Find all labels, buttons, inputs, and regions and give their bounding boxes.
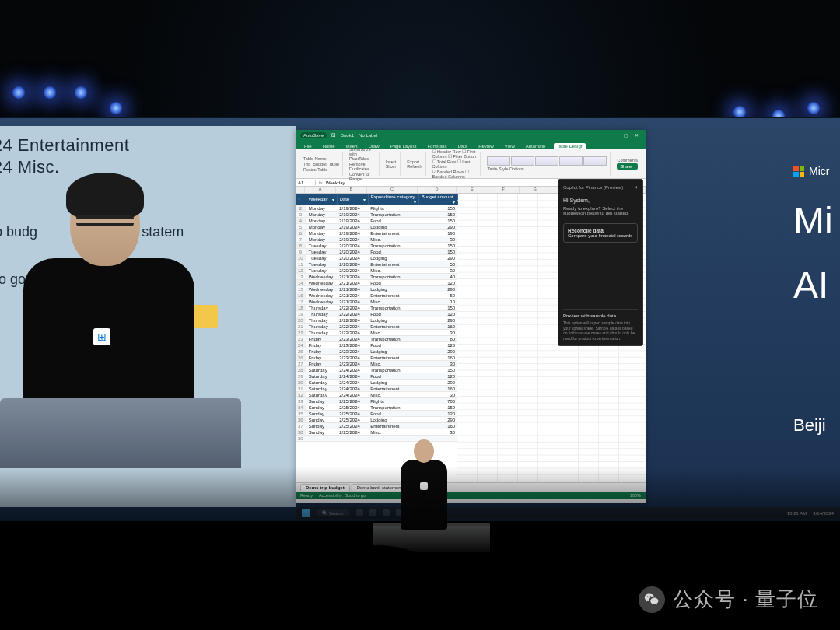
table-row[interactable]: 37Sunday2/25/2024Entertainment160 <box>296 423 457 429</box>
table-row[interactable]: 20Thursday2/22/2024Lodging290 <box>296 317 457 324</box>
table-row[interactable]: 32Saturday2/24/2024Misc.30 <box>296 392 457 398</box>
preview-link[interactable]: Preview with sample data <box>563 313 638 318</box>
fx-label: fx <box>316 180 326 185</box>
table-row[interactable]: 14Wednesday2/21/2024Food120 <box>296 280 457 286</box>
column-header[interactable]: F <box>488 187 520 193</box>
save-icon[interactable]: 🖫 <box>331 133 336 138</box>
close-icon[interactable]: ✕ <box>635 132 641 138</box>
ribbon-group-style-options: ☑ Header Row ☐ First Column ☑ Filter But… <box>429 152 481 176</box>
ribbon-tab[interactable]: Automate <box>523 143 548 149</box>
table-row[interactable]: 34Sunday2/25/2024Transportation150 <box>296 404 457 411</box>
table-row[interactable]: 3Monday2/19/2024Transportation150 <box>296 212 457 218</box>
maximize-icon[interactable]: ▢ <box>624 132 630 138</box>
table-row[interactable]: 13Wednesday2/21/2024Transportation40 <box>296 274 457 280</box>
ribbon-tab[interactable]: Review <box>476 143 496 149</box>
table-row[interactable]: 30Saturday2/24/2024Lodging290 <box>296 380 457 386</box>
card-desc: Compare your financial records <box>568 233 632 238</box>
slide-text: 024 Entertainment <box>0 135 282 156</box>
watermark-text: 公众号 · 量子位 <box>673 586 818 613</box>
table-row[interactable]: 24Friday2/23/2024Food120 <box>296 342 457 348</box>
ribbon-group-table-styles[interactable]: Table Style Options <box>484 152 611 176</box>
table-row[interactable]: 22Thursday2/22/2024Misc.30 <box>296 330 457 336</box>
event-photo: 024 Entertainment 024 Misc. trip budg em… <box>0 0 840 630</box>
autosave-toggle[interactable]: AutoSave <box>300 132 327 138</box>
table-row[interactable]: 7Monday2/19/2024Misc.30 <box>296 236 457 243</box>
table-row[interactable]: 21Thursday2/22/2024Entertainment160 <box>296 324 457 330</box>
table-row[interactable]: 19Thursday2/22/2024Food120 <box>296 311 457 317</box>
table-row[interactable]: 5Monday2/19/2024Lodging290 <box>296 224 457 230</box>
table-header[interactable]: Budget amount▾ <box>418 194 457 205</box>
ribbon-tab[interactable]: View <box>502 143 517 149</box>
copilot-note: This option will import sample data into… <box>563 320 638 341</box>
table-row[interactable]: 12Tuesday2/20/2024Misc.30 <box>296 268 457 274</box>
column-header[interactable]: G <box>520 187 551 193</box>
save-status: No Label <box>359 133 377 138</box>
copilot-panel: Copilot for Finance (Preview) ✕ Hi Syste… <box>558 179 643 346</box>
wechat-watermark: 公众号 · 量子位 <box>639 586 818 613</box>
data-table[interactable]: 1Weekday▾Date▾Expenditure category▾Budge… <box>296 194 458 442</box>
table-header[interactable]: Date▾ <box>337 194 368 205</box>
headline: Mi <box>793 201 840 242</box>
copilot-subtext: Ready to explore? Select the suggestion … <box>563 206 638 215</box>
formula-value[interactable]: Weekday <box>326 180 345 185</box>
table-row[interactable]: 2Monday2/19/2024Flights150 <box>296 205 457 212</box>
column-header[interactable]: B <box>336 187 367 193</box>
table-row[interactable]: 9Tuesday2/20/2024Food150 <box>296 249 457 255</box>
table-row[interactable]: 16Wednesday2/21/2024Entertainment50 <box>296 292 457 299</box>
table-row[interactable]: 6Monday2/19/2024Entertainment190 <box>296 230 457 236</box>
table-header[interactable]: Weekday▾ <box>306 194 337 205</box>
ribbon-tab[interactable]: Home <box>320 143 338 149</box>
column-header[interactable]: E <box>457 187 488 193</box>
ceiling <box>0 0 840 117</box>
table-header[interactable]: Expenditure category▾ <box>368 194 418 205</box>
laptop <box>0 398 241 468</box>
table-row[interactable]: 35Sunday2/25/2024Food120 <box>296 411 457 417</box>
left-projection: 024 Entertainment 024 Misc. trip budg em… <box>0 126 296 507</box>
table-row[interactable]: 10Tuesday2/20/2024Lodging290 <box>296 255 457 261</box>
table-row[interactable]: 29Saturday2/24/2024Food120 <box>296 373 457 380</box>
table-row[interactable]: 28Saturday2/24/2024Transportation150 <box>296 367 457 373</box>
ribbon-group-external: Export Refresh <box>404 152 425 176</box>
table-row[interactable]: 36Sunday2/25/2024Lodging290 <box>296 417 457 423</box>
city-label: Beiji <box>793 415 840 436</box>
headline: AI <box>793 265 840 306</box>
column-header[interactable]: A <box>305 187 336 193</box>
table-row[interactable]: 38Sunday2/25/2024Misc.30 <box>296 429 457 436</box>
ribbon-tab[interactable]: Page Layout <box>388 143 419 149</box>
microsoft-logo-icon <box>793 166 804 177</box>
table-row[interactable]: 15Wednesday2/21/2024Lodging290 <box>296 286 457 292</box>
table-row[interactable]: 27Friday2/23/2024Misc.30 <box>296 361 457 367</box>
file-name: Book1 <box>341 133 354 138</box>
table-row[interactable]: 33Sunday2/25/2024Flights700 <box>296 398 457 404</box>
column-header[interactable] <box>296 187 305 193</box>
minimize-icon[interactable]: – <box>613 132 619 138</box>
card-title: Reconcile data <box>568 228 633 233</box>
ribbon-tab[interactable]: Table Design <box>554 143 586 149</box>
copilot-suggestion-card[interactable]: Reconcile data Compare your financial re… <box>563 223 638 243</box>
microsoft-badge-icon: ⊞ <box>93 328 110 345</box>
titlebar[interactable]: AutoSave 🖫 Book1 No Label – ▢ ✕ <box>296 130 646 141</box>
table-row[interactable]: 4Monday2/19/2024Food150 <box>296 218 457 224</box>
table-row[interactable]: 31Saturday2/24/2024Entertainment160 <box>296 386 457 392</box>
ribbon-comments-share[interactable]: Comments Share <box>614 152 641 176</box>
close-icon[interactable]: ✕ <box>634 184 638 190</box>
column-header[interactable]: D <box>418 187 457 193</box>
copilot-title: Copilot for Finance (Preview) <box>563 185 623 190</box>
stage-light <box>43 86 57 100</box>
stage-light <box>807 101 821 115</box>
table-row[interactable]: 11Tuesday2/20/2024Entertainment50 <box>296 261 457 268</box>
table-row[interactable]: 23Friday2/23/2024Transportation80 <box>296 336 457 342</box>
ribbon-group-properties: Table Name: Trip_Budget_Table Resize Tab… <box>300 152 343 176</box>
copilot-greeting: Hi System, <box>563 198 638 203</box>
ribbon-tab[interactable]: File <box>302 143 314 149</box>
table-row[interactable]: 18Thursday2/22/2024Transportation150 <box>296 305 457 311</box>
table-row[interactable]: 8Tuesday2/20/2024Transportation150 <box>296 243 457 249</box>
ribbon-group-slicer: Insert Slicer <box>383 152 401 176</box>
stage-light <box>74 86 88 100</box>
column-header[interactable]: C <box>367 187 418 193</box>
table-row[interactable]: 17Wednesday2/21/2024Misc.10 <box>296 299 457 305</box>
table-row[interactable]: 26Friday2/23/2024Entertainment160 <box>296 355 457 361</box>
name-box[interactable]: A1 <box>296 180 316 185</box>
stage-light <box>12 86 26 100</box>
table-row[interactable]: 25Friday2/23/2024Lodging290 <box>296 348 457 355</box>
